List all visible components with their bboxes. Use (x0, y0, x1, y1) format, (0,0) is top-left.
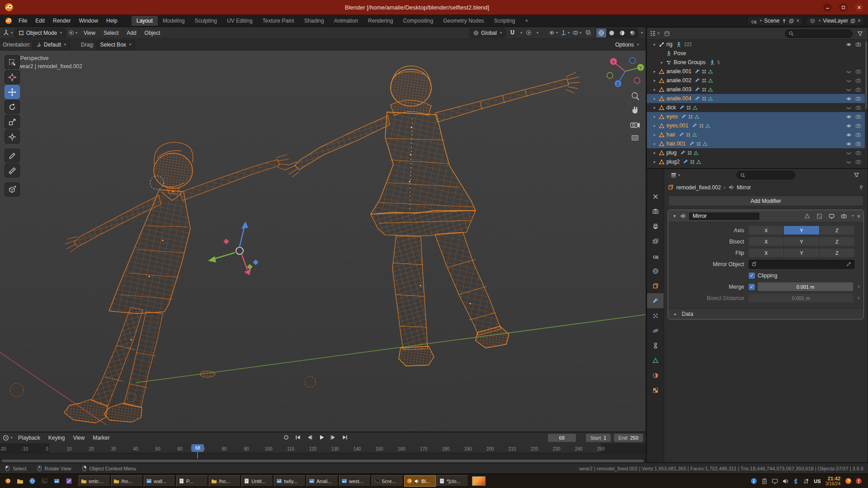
properties-tab-particles[interactable] (647, 308, 664, 323)
properties-tab-world[interactable] (647, 263, 664, 278)
hide-in-viewport-toggle[interactable] (846, 87, 852, 93)
shading-solid-button[interactable] (607, 28, 617, 38)
workspace-tab-sculpting[interactable]: Sculpting (190, 16, 222, 26)
breadcrumb-object[interactable]: remodel_fixed.002 (676, 184, 721, 191)
outliner-row[interactable]: ▸dick (647, 103, 865, 112)
timeline-menu-view[interactable]: View (69, 433, 89, 442)
tray-clipboard-icon[interactable] (761, 478, 768, 484)
viewport-menu-object[interactable]: Object (141, 28, 165, 38)
orientation-dropdown[interactable]: Default▾ (33, 40, 70, 49)
outliner-row[interactable]: ▸analie.002 (647, 76, 865, 85)
taskbar-window-button[interactable]: *[clo... (437, 475, 468, 487)
shading-wireframe-button[interactable] (596, 28, 606, 38)
menu-render[interactable]: Render (49, 16, 75, 25)
navigation-gizmo[interactable]: X Y Z (607, 58, 644, 87)
workspace-tab-uv-editing[interactable]: UV Editing (222, 16, 258, 26)
toggle-ortho-button[interactable] (632, 136, 638, 140)
filter-button[interactable] (851, 171, 861, 180)
outliner-row[interactable]: ▸rig222 (647, 40, 865, 49)
mirror-axis-z-button[interactable]: Z (820, 226, 854, 235)
tool-measure[interactable] (5, 164, 20, 178)
maximize-button[interactable] (839, 3, 848, 12)
jump-to-end-button[interactable] (340, 433, 350, 442)
hide-in-viewport-toggle[interactable] (846, 69, 852, 75)
expand-arrow-icon[interactable]: ▸ (651, 69, 658, 74)
hide-in-viewport-toggle[interactable] (846, 105, 852, 111)
properties-tab-constraints[interactable] (647, 338, 664, 353)
display-render-button[interactable] (839, 211, 849, 221)
mirror-axis-y-button[interactable]: Y (784, 226, 819, 235)
merge-checkbox[interactable]: ✓ (749, 284, 755, 290)
properties-tab-object[interactable] (647, 278, 664, 293)
mode-transfer-button[interactable]: ▾ (68, 28, 78, 38)
app-menu-icon[interactable] (4, 16, 14, 25)
viewport-canvas[interactable]: X Y Z User Perspective (68 (0, 51, 646, 432)
tray-info-icon[interactable] (750, 478, 757, 484)
tool-rotate[interactable] (5, 100, 20, 114)
frame-end-field[interactable]: End250 (614, 434, 643, 442)
taskbar-window-button[interactable]: smb:... (79, 475, 110, 487)
zoom-button[interactable] (632, 93, 639, 100)
frame-start-field[interactable]: Start1 (586, 434, 611, 442)
expand-arrow-icon[interactable]: ▸ (651, 105, 658, 110)
properties-tab-render[interactable] (647, 204, 664, 219)
timeline-menu-keying[interactable]: Keying (44, 433, 69, 442)
eyedropper-icon[interactable] (846, 262, 851, 267)
taskbar-window-button[interactable]: wall... (144, 475, 175, 487)
disable-in-renders-toggle[interactable] (855, 96, 861, 102)
properties-tab-output[interactable] (647, 219, 664, 234)
hide-in-viewport-toggle[interactable] (846, 159, 852, 165)
editor-type-button[interactable]: ▾ (3, 28, 13, 38)
shading-material-button[interactable] (617, 28, 627, 38)
taskbar-window-button[interactable]: Scre... (372, 475, 403, 487)
close-button[interactable] (855, 3, 863, 12)
hide-in-viewport-toggle[interactable] (846, 96, 852, 102)
mirror-flip-x-button[interactable]: X (749, 249, 784, 257)
disable-in-renders-toggle[interactable] (855, 159, 861, 165)
outliner-scrollbar[interactable] (865, 41, 867, 109)
taskbar-window-button[interactable]: /ho... (111, 475, 143, 487)
pan-hand-button[interactable] (632, 107, 637, 113)
mirror-object-field[interactable] (749, 260, 854, 269)
timeline-tracks[interactable] (0, 453, 646, 459)
wireframe-character-left[interactable] (64, 142, 289, 423)
properties-tab-modifiers[interactable] (647, 293, 664, 308)
outliner-row[interactable]: ▸hair (647, 130, 865, 139)
launcher-blender-icon[interactable] (2, 475, 14, 487)
snap-magnet-button[interactable] (508, 28, 518, 38)
taskbar-window-button[interactable]: Bl... (404, 475, 436, 487)
launcher-image-icon[interactable] (51, 475, 62, 487)
modifier-extras-icon[interactable]: ▾ (852, 214, 854, 218)
jump-to-start-button[interactable] (293, 433, 303, 442)
properties-tab-texture[interactable] (647, 383, 664, 398)
outliner-row[interactable]: ▸eyes.001 (647, 121, 865, 130)
display-on-cage-button[interactable] (802, 211, 812, 221)
taskbar-window-button[interactable]: Anali... (307, 475, 338, 487)
timeline-ruler[interactable]: -20-100102030405060708090100110120130140… (0, 443, 646, 453)
outliner-row[interactable]: ▸analie.003 (647, 85, 865, 94)
properties-tab-physics[interactable] (647, 323, 664, 338)
hide-in-viewport-toggle[interactable] (846, 123, 852, 129)
outliner-row[interactable]: ▸plug2 (647, 157, 865, 166)
tool-annotate[interactable] (5, 149, 20, 163)
expand-arrow-icon[interactable]: ▸ (651, 42, 658, 47)
properties-tab-scene[interactable] (647, 249, 664, 263)
playhead[interactable]: 68 (191, 444, 204, 452)
outliner-row[interactable]: ▸plug (647, 148, 865, 157)
camera-view-button[interactable] (631, 123, 640, 128)
mirror-bisect-x-button[interactable]: X (749, 237, 784, 246)
mirror-flip-z-button[interactable]: Z (820, 249, 854, 257)
workspace-tab-modeling[interactable]: Modeling (158, 16, 190, 26)
viewport-menu-view[interactable]: View (80, 28, 99, 38)
expand-arrow-icon[interactable]: ▸ (651, 87, 658, 92)
outliner-row[interactable]: Pose (647, 49, 865, 58)
filter-button[interactable] (855, 29, 865, 38)
timeline-menu-marker[interactable]: Marker (89, 433, 113, 442)
workspace-tab-compositing[interactable]: Compositing (398, 16, 438, 26)
properties-tab-tool[interactable] (647, 189, 664, 204)
taskbar-window-button[interactable]: P... (176, 475, 208, 487)
minimize-button[interactable] (823, 3, 832, 12)
expand-arrow-icon[interactable]: ▸ (651, 123, 658, 128)
workspace-tab-rendering[interactable]: Rendering (363, 16, 398, 26)
tray-browser-orange-icon[interactable] (845, 478, 852, 484)
